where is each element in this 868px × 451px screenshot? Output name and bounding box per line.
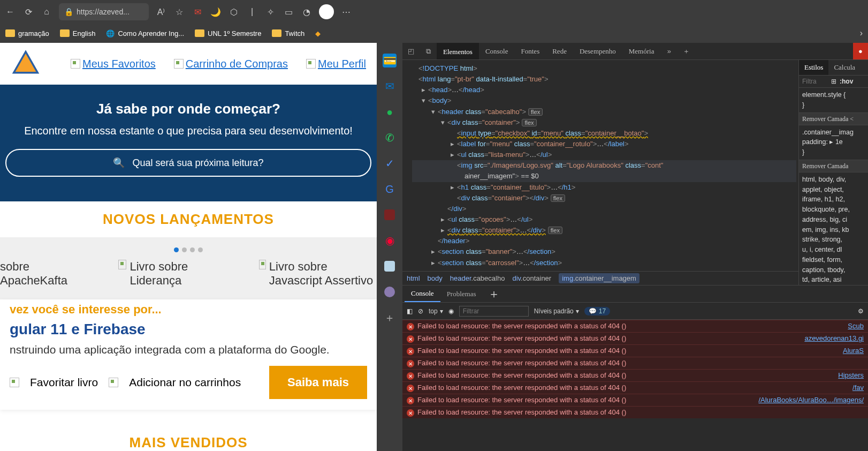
carousel-slide[interactable]: Livro sobre Javascript Assertivo: [259, 260, 377, 288]
console-error-row[interactable]: ✕Failed to load resource: the server res…: [402, 320, 868, 332]
dom-node[interactable]: <html lang="pt-br" data-lt-installed="tr…: [412, 74, 796, 85]
devtools-tab[interactable]: Rede: [546, 43, 573, 59]
outlook-icon[interactable]: ✉: [383, 79, 397, 93]
style-rule[interactable]: iframe, h1, h2,: [802, 194, 865, 205]
error-source-link[interactable]: AluraS: [843, 347, 864, 355]
devtools-tab[interactable]: Elementos: [437, 43, 479, 59]
console-error-row[interactable]: ✕Failed to load resource: the server res…: [402, 332, 868, 344]
style-rule[interactable]: html, body, div,: [802, 175, 865, 185]
bookmark-item[interactable]: ◆: [315, 29, 321, 37]
styles-tab[interactable]: Calcula: [828, 60, 861, 75]
home-icon[interactable]: ⌂: [41, 6, 52, 18]
cart-action[interactable]: Adicionar no carrinhos: [129, 376, 241, 389]
error-source-link[interactable]: /AluraBooks/AluraBoo…/imagens/: [758, 396, 864, 404]
style-rule[interactable]: strike, strong,: [802, 235, 865, 245]
favorite-action[interactable]: Favoritar livro: [30, 376, 98, 389]
style-rule[interactable]: address, big, ci: [802, 215, 865, 225]
style-rule[interactable]: }: [802, 100, 865, 110]
dom-node[interactable]: ▾<div class="container">flex: [412, 117, 796, 128]
dom-node[interactable]: ainer__imagem"> == $0: [412, 171, 796, 182]
extensions-icon[interactable]: ⬡: [228, 6, 240, 18]
devtools-tab[interactable]: Fontes: [515, 43, 546, 59]
devtools-tab[interactable]: Console: [479, 43, 515, 59]
bookmark-item[interactable]: English: [60, 29, 96, 37]
dom-node[interactable]: ▸<label for="menu" class="container__rot…: [412, 139, 796, 149]
refresh-icon[interactable]: ⟳: [22, 6, 34, 18]
style-rule[interactable]: td, article, asi: [802, 275, 865, 285]
dom-node[interactable]: <div class="container"></div>flex: [412, 193, 796, 204]
console-error-row[interactable]: ✕Failed to load resource: the server res…: [402, 344, 868, 357]
console-add-icon[interactable]: ＋: [483, 286, 505, 302]
dom-node[interactable]: ▸<head>…</head>: [412, 85, 796, 95]
dom-node[interactable]: ▸<div class="container">…</div>flex: [412, 225, 796, 236]
clear-console-icon[interactable]: ⊘: [418, 307, 423, 315]
read-aloud-icon[interactable]: A⁾: [155, 6, 167, 18]
google-icon[interactable]: G: [383, 182, 397, 196]
nav-link[interactable]: Meu Perfil: [306, 58, 366, 70]
bookmark-item[interactable]: Twitch: [272, 29, 304, 37]
style-rule[interactable]: em, img, ins, kb: [802, 225, 865, 235]
dom-node[interactable]: ▸<ul class="lista-menu">…</ul>: [412, 149, 796, 160]
dom-node[interactable]: <img src="./Imagens/Logo.svg" alt="Logo …: [412, 160, 796, 171]
dom-node[interactable]: <input type="checkbox" id="menu" class="…: [412, 128, 796, 139]
avatar-icon[interactable]: [383, 285, 397, 299]
log-levels-selector[interactable]: Níveis padrão ▾: [534, 307, 579, 315]
styles-tab[interactable]: Estilos: [799, 60, 828, 75]
error-source-link[interactable]: azevedorenan13.gi: [804, 334, 864, 342]
sidebar-toggle-icon[interactable]: ◧: [407, 307, 413, 315]
error-source-link[interactable]: Hipsters: [838, 371, 864, 379]
dom-node[interactable]: ▸<h1 class="container__titulo">…</h1>: [412, 182, 796, 193]
breadcrumb-item[interactable]: html: [407, 274, 420, 282]
whatsapp-icon[interactable]: ✆: [383, 131, 397, 145]
devtools-tab[interactable]: Memória: [622, 43, 661, 59]
breadcrumb-item[interactable]: body: [428, 274, 443, 282]
breadcrumb-item[interactable]: header.cabecalho: [450, 274, 505, 282]
breadcrumb-item[interactable]: img.container__imagem: [559, 273, 639, 283]
add-sidebar-icon[interactable]: ＋: [383, 311, 397, 325]
hov-button[interactable]: :hov: [840, 78, 853, 85]
gmail-icon[interactable]: ✉: [192, 6, 203, 18]
dom-node[interactable]: ▸<section class="carrossel">…</section>: [412, 258, 796, 268]
style-rule[interactable]: applet, object,: [802, 185, 865, 195]
style-rule[interactable]: .container__imag: [802, 127, 865, 138]
console-error-row[interactable]: ✕Failed to load resource: the server res…: [402, 381, 868, 394]
saiba-mais-button[interactable]: Saiba mais: [269, 366, 367, 399]
todo-icon[interactable]: ✓: [383, 156, 397, 170]
style-rule[interactable]: }: [802, 147, 865, 157]
style-rule[interactable]: blockquote, pre,: [802, 205, 865, 215]
devtools-tab[interactable]: Desempenho: [573, 43, 622, 59]
console-error-row[interactable]: ✕Failed to load resource: the server res…: [402, 394, 868, 406]
dom-node[interactable]: ▸<ul class="opcoes">…</ul>: [412, 214, 796, 225]
performance-icon[interactable]: ◔: [301, 6, 313, 18]
more-tabs-icon[interactable]: »: [660, 43, 677, 59]
collections-icon[interactable]: ▭: [283, 6, 294, 18]
inspect-icon[interactable]: ◰: [402, 43, 420, 59]
search-input[interactable]: 🔍 Qual será sua próxima leitura?: [5, 149, 371, 177]
dom-node[interactable]: ▾<body>: [412, 95, 796, 106]
favorites-star-icon[interactable]: ✧: [264, 6, 276, 18]
style-rule[interactable]: padding: ▸ 1e: [802, 137, 865, 147]
device-icon[interactable]: ⧉: [420, 43, 437, 59]
nav-link[interactable]: Carrinho de Compras: [174, 58, 288, 70]
live-expression-icon[interactable]: ◉: [448, 307, 454, 315]
dom-node[interactable]: </header>: [412, 236, 796, 246]
dom-node[interactable]: <!DOCTYPE html>: [412, 63, 796, 74]
breadcrumb-item[interactable]: div.container: [512, 274, 551, 282]
console-error-row[interactable]: ✕Failed to load resource: the server res…: [402, 357, 868, 369]
dom-node[interactable]: ▸<section class="banner">…</section>: [412, 246, 796, 257]
add-tab-icon[interactable]: ＋: [677, 43, 695, 59]
address-bar[interactable]: 🔒 https://azeved...: [59, 3, 149, 20]
console-filter-input[interactable]: [459, 306, 529, 317]
issues-count[interactable]: 💬 17: [584, 307, 610, 315]
app-icon-red[interactable]: [383, 208, 397, 222]
carousel-slide[interactable]: Livro sobre Liderança: [118, 260, 227, 288]
dom-node[interactable]: </div>: [412, 204, 796, 214]
carousel-dots[interactable]: [0, 245, 377, 254]
error-source-link[interactable]: /fav: [852, 384, 864, 392]
nav-link[interactable]: Meus Favoritos: [71, 58, 156, 70]
close-devtools-button[interactable]: ●: [853, 43, 868, 59]
styles-toggle-icon[interactable]: ⊞: [831, 78, 836, 85]
dom-node[interactable]: ▾<header class="cabecalho">flex: [412, 107, 796, 117]
style-rule[interactable]: element.style {: [802, 90, 865, 100]
moon-icon[interactable]: 🌙: [210, 6, 222, 18]
